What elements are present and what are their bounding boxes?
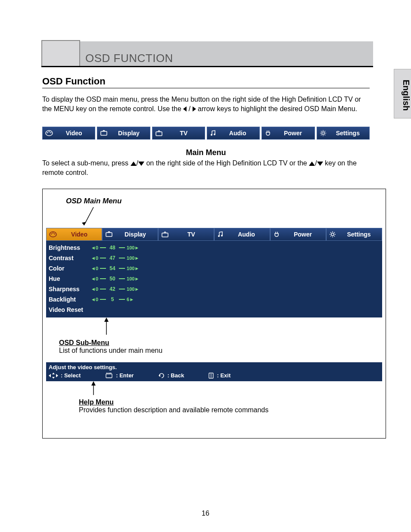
help-back: : Back — [158, 372, 184, 379]
osd-tab-audio[interactable]: Audio — [214, 228, 270, 241]
svg-rect-26 — [162, 233, 168, 237]
osd-row-contrast[interactable]: Contrast ◄047100► — [49, 253, 380, 263]
osd-tab-video[interactable]: Video — [46, 228, 102, 241]
osd-row-sharpness[interactable]: Sharpness ◄042100► — [49, 284, 380, 294]
slider[interactable]: ◄048100► — [91, 245, 139, 251]
svg-line-17 — [321, 135, 322, 136]
tab-power[interactable]: Power — [262, 127, 314, 140]
tab-display[interactable]: Display — [97, 127, 150, 140]
dpad-icon — [49, 373, 58, 379]
osd-row-label: Brightness — [49, 244, 91, 251]
slider[interactable]: ◄056► — [91, 296, 134, 302]
tab-audio[interactable]: Audio — [207, 127, 260, 140]
tab-label: Settings — [339, 231, 379, 238]
osd-row-label: Contrast — [49, 255, 91, 261]
gear-icon — [329, 231, 336, 238]
osd-tab-tv[interactable]: TV — [158, 228, 214, 241]
note-icon — [210, 130, 216, 136]
osd-row-label: Video Reset — [49, 306, 83, 313]
svg-point-31 — [331, 233, 334, 236]
osd-row-label: Color — [49, 265, 91, 272]
svg-rect-4 — [101, 131, 107, 135]
back-icon — [158, 373, 165, 379]
left-arrow-icon — [183, 106, 187, 112]
tab-tv[interactable]: TV — [152, 127, 205, 140]
slider[interactable]: ◄047100► — [91, 255, 139, 261]
tab-settings[interactable]: Settings — [317, 127, 370, 140]
slider-value: 50 — [108, 276, 117, 282]
tab-label: Audio — [218, 130, 257, 137]
svg-point-10 — [322, 132, 324, 134]
up-arrow-icon — [309, 162, 315, 166]
osd-tabs-strip: Video Display TV Audio Power Settings — [42, 127, 370, 140]
tv-icon — [161, 231, 169, 237]
arrow-to-tabs — [81, 206, 382, 228]
help-title: Help Menu — [79, 398, 382, 406]
svg-point-2 — [49, 131, 50, 133]
display-icon — [100, 130, 108, 136]
help-desc: Provides function description and availa… — [79, 406, 268, 414]
tv-icon — [155, 130, 163, 136]
svg-marker-43 — [56, 374, 58, 377]
osd-tab-power[interactable]: Power — [270, 228, 326, 241]
help-enter-label: : Enter — [116, 372, 134, 379]
osd-row-label: Hue — [49, 275, 91, 282]
slider[interactable]: ◄050100► — [91, 276, 139, 282]
intro-paragraph: To display the OSD main menu, press the … — [42, 95, 370, 113]
note-icon — [217, 231, 223, 237]
palette-icon — [45, 130, 53, 136]
osd-row-color[interactable]: Color ◄054100► — [49, 263, 380, 274]
osd-row-backlight[interactable]: Backlight ◄056► — [49, 294, 380, 305]
slider[interactable]: ◄042100► — [91, 286, 139, 292]
help-exit: : Exit — [208, 372, 230, 379]
svg-point-3 — [50, 132, 52, 134]
palette-icon — [49, 231, 57, 237]
main-menu-text: To select a sub-menu, press / on the rig… — [42, 159, 370, 177]
tab-label: Power — [274, 130, 311, 137]
osd-tab-display[interactable]: Display — [102, 228, 158, 241]
tab-label: Display — [110, 130, 147, 137]
osd-row-reset[interactable]: Video Reset — [49, 305, 380, 315]
svg-point-24 — [54, 233, 56, 235]
osd-main-menu-label: OSD Main Menu — [66, 197, 382, 205]
slider-value: 5 — [108, 296, 117, 302]
svg-marker-44 — [52, 373, 55, 374]
svg-text:Enter: Enter — [106, 373, 112, 374]
submenu-title: OSD Sub-Menu — [59, 339, 382, 347]
help-back-label: : Back — [167, 372, 184, 379]
plug-icon — [265, 130, 271, 136]
tab-label: TV — [165, 130, 202, 137]
svg-line-38 — [330, 236, 331, 237]
slider-value: 47 — [108, 255, 117, 261]
page-number: 16 — [0, 510, 411, 517]
svg-marker-54 — [91, 381, 96, 386]
help-bar: Adjust the video settings. : Select Ente… — [46, 362, 382, 381]
tab-video[interactable]: Video — [42, 127, 95, 140]
submenu-caption: OSD Sub-Menu List of functions under mai… — [59, 339, 382, 355]
tab-label: Power — [283, 231, 323, 238]
svg-point-22 — [51, 233, 52, 235]
svg-point-28 — [221, 235, 223, 236]
section-title: OSD Function — [42, 76, 106, 87]
intro-slash: / — [189, 105, 193, 112]
svg-line-16 — [324, 135, 325, 136]
svg-point-7 — [214, 134, 215, 135]
osd-tab-settings[interactable]: Settings — [326, 228, 382, 241]
slider[interactable]: ◄054100► — [91, 265, 139, 271]
help-bar-desc: Adjust the video settings. — [49, 364, 380, 370]
svg-line-36 — [330, 232, 331, 233]
right-arrow-icon — [193, 106, 196, 112]
svg-rect-5 — [156, 132, 162, 136]
osd-row-hue[interactable]: Hue ◄050100► — [49, 274, 380, 284]
help-select: : Select — [49, 372, 81, 379]
osd-row-brightness[interactable]: Brightness ◄048100► — [49, 243, 380, 253]
svg-point-1 — [47, 132, 48, 134]
slider-value: 48 — [108, 245, 117, 251]
svg-rect-25 — [106, 233, 112, 236]
slider-value: 54 — [108, 265, 117, 271]
title-rule — [42, 88, 370, 88]
svg-marker-41 — [104, 317, 109, 322]
gear-icon — [320, 130, 327, 137]
header-title: OSD FUNCTION — [85, 52, 173, 65]
tab-label: Audio — [226, 231, 267, 238]
